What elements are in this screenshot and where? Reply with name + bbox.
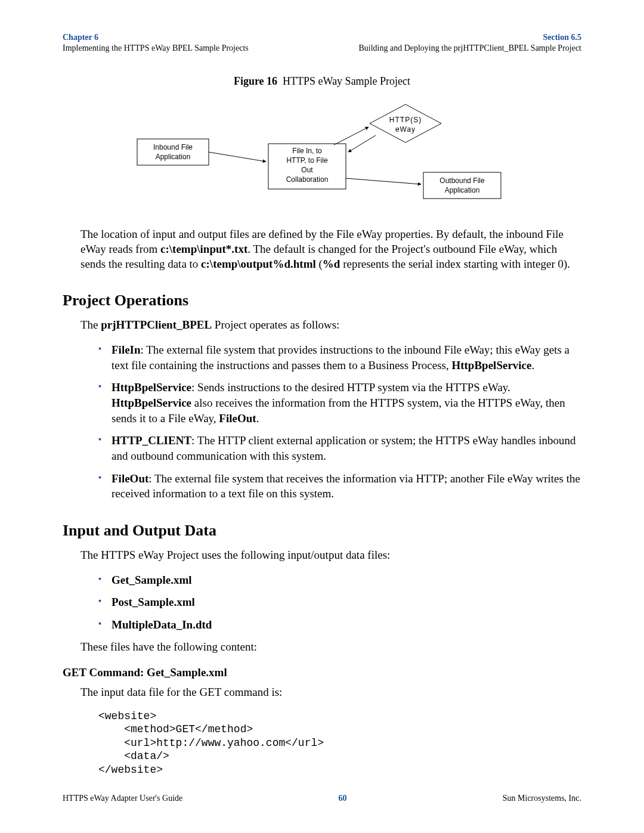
svg-line-7 (346, 178, 421, 184)
get-command-intro: The input data file for the GET command … (63, 685, 581, 700)
diagram-inbound-l1: Inbound File (153, 143, 193, 151)
diagram-https-l2: eWay (395, 125, 416, 134)
chapter-link[interactable]: Chapter 6 (63, 32, 249, 43)
io-post-list-text: These files have the following content: (63, 640, 581, 655)
io-intro: The HTTPS eWay Project uses the followin… (63, 548, 581, 563)
diagram-outbound-l2: Application (445, 186, 480, 194)
figure-diagram: Inbound File Application File In, to HTT… (131, 102, 513, 209)
figure-label: Figure 16 (234, 75, 277, 87)
list-item: FileOut: The external file system that r… (98, 471, 581, 501)
footer-left: HTTPS eWay Adapter User's Guide (63, 794, 182, 803)
diagram-https-l1: HTTP(S) (389, 116, 422, 124)
page-number: 60 (339, 794, 347, 803)
svg-line-5 (348, 135, 376, 152)
list-item: HTTP_CLIENT: The HTTP client external ap… (98, 433, 581, 463)
section-link[interactable]: Section 6.5 (358, 32, 581, 43)
footer-right: Sun Microsystems, Inc. (503, 794, 581, 803)
project-operations-heading: Project Operations (63, 292, 581, 309)
diagram-center-l1: File In, to (292, 147, 322, 155)
diagram-outbound-l1: Outbound File (439, 176, 485, 185)
get-command-code: <website> <method>GET</method> <url>http… (98, 710, 581, 777)
svg-line-1 (209, 152, 266, 162)
io-files-list: Get_Sample.xml Post_Sample.xml MultipleD… (63, 572, 581, 633)
project-operations-intro: The prjHTTPClient_BPEL Project operates … (63, 318, 581, 333)
chapter-subtitle: Implementing the HTTPS eWay BPEL Sample … (63, 43, 249, 54)
diagram-center-l3: Out (301, 166, 313, 174)
diagram-inbound-l2: Application (156, 153, 191, 161)
io-data-heading: Input and Output Data (63, 522, 581, 540)
section-subtitle: Building and Deploying the prjHTTPClient… (358, 43, 581, 54)
get-command-heading: GET Command: Get_Sample.xml (63, 666, 581, 679)
list-item: Post_Sample.xml (98, 594, 581, 610)
list-item: FileIn: The external file system that pr… (98, 342, 581, 373)
figure-title: HTTPS eWay Sample Project (283, 75, 410, 87)
diagram-center-l4: Collaboration (286, 175, 329, 184)
list-item: Get_Sample.xml (98, 572, 581, 588)
diagram-center-l2: HTTP, to File (286, 156, 327, 165)
page-header: Chapter 6 Implementing the HTTPS eWay BP… (63, 32, 581, 54)
svg-line-4 (334, 127, 369, 145)
figure-caption: Figure 16 HTTPS eWay Sample Project (63, 75, 581, 88)
intro-paragraph: The location of input and output files a… (63, 227, 581, 271)
operations-list: FileIn: The external file system that pr… (63, 342, 581, 501)
list-item: HttpBpelService: Sends instructions to t… (98, 380, 581, 426)
list-item: MultipleData_In.dtd (98, 617, 581, 633)
page-footer: HTTPS eWay Adapter User's Guide 60 Sun M… (63, 794, 581, 803)
